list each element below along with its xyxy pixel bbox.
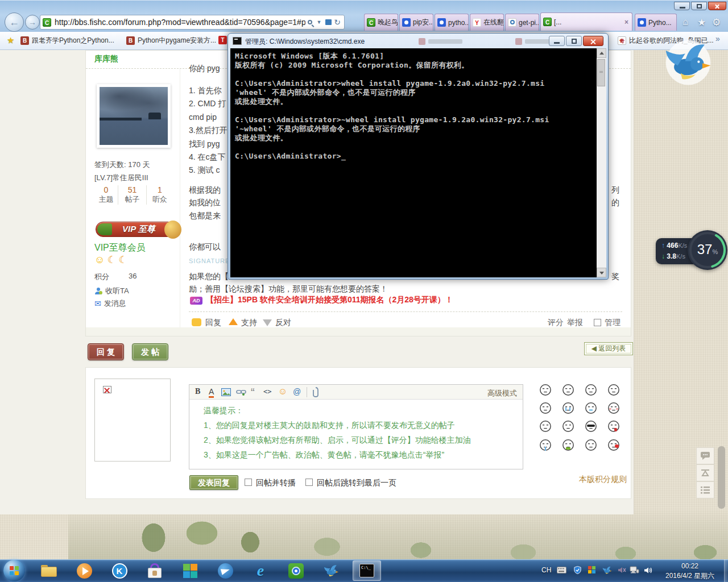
code-icon[interactable]: <> [263,388,271,396]
stat-threads[interactable]: 0主题 [94,185,118,205]
message-link[interactable]: ✉ 发消息 [94,298,126,309]
favorites-overflow-icon[interactable]: » [715,34,720,43]
mention-icon[interactable]: @ [293,387,301,396]
rate-action[interactable]: 评分 [548,318,564,328]
avatar[interactable] [97,84,171,148]
taskbar-cmd-icon-active[interactable]: C:\_ [353,560,381,581]
taskbar-explorer-icon[interactable] [36,560,61,581]
keyboard-tray-icon[interactable] [556,565,566,575]
window-close-button[interactable] [708,2,726,10]
score-value[interactable]: 36 [129,272,136,280]
add-favorite-star-icon[interactable]: ★ [7,35,14,45]
url-text[interactable]: http://bbs.fishc.com/forum.php?mod=viewt… [55,18,305,27]
emoticon[interactable] [539,384,552,396]
emoticon[interactable] [539,420,552,433]
bird-tray-icon[interactable] [602,565,612,575]
tab-4[interactable]: Y在线翻... [470,14,504,31]
browser-back-button[interactable]: ← [5,13,24,32]
emoticon[interactable] [562,420,574,433]
language-indicator[interactable]: CH [541,566,551,574]
oppose-arrow-icon[interactable] [263,319,272,326]
bookmark-item-2[interactable]: B Python中pygame安装方... [126,36,216,45]
emoticon[interactable] [585,439,597,451]
back-to-list-button[interactable]: ◀ 返回列表 [584,342,633,355]
forward-checkbox[interactable] [245,479,252,486]
manage-checkbox[interactable] [594,319,601,326]
search-icon[interactable] [305,20,315,24]
emoticon[interactable] [585,384,597,396]
thread-list-button[interactable] [696,481,714,498]
support-action[interactable]: 支持 [241,318,257,328]
emoticon[interactable] [562,439,574,451]
home-icon[interactable]: ⌂ [682,16,688,28]
manage-action[interactable]: 管理 [605,318,621,328]
back-to-top-button[interactable] [696,464,714,481]
tab-1[interactable]: C晚起鸟... [364,14,398,31]
network-tray-icon[interactable] [629,565,639,575]
address-bar[interactable]: C http://bbs.fishc.com/forum.php?mod=vie… [40,15,345,30]
new-post-button[interactable]: 发 帖 [132,343,168,360]
dropdown-arrow-icon[interactable]: ▼ [315,19,324,25]
oppose-action[interactable]: 反对 [275,318,291,328]
compat-view-icon[interactable] [324,19,333,25]
ad-link[interactable]: 【招生】15PB 软件安全培训开始接受第011期报名（2月28号开课）！ [206,295,453,305]
tab-active[interactable]: C[...× [540,13,632,31]
scroll-up-button[interactable] [597,48,606,58]
tab-5[interactable]: get-pi... [505,14,539,31]
cmd-window[interactable]: 管理员: C:\Windows\system32\cmd.exe Microso… [228,33,609,280]
credit-rules-link[interactable]: 本版积分规则 [579,475,627,485]
reply-action[interactable]: 回复 [205,318,221,328]
submit-reply-button[interactable]: 发表回复 [189,475,238,490]
window-restore-button[interactable] [691,2,707,10]
cmd-console[interactable]: Microsoft Windows [版本 6.1.7601] 版权所有 (c)… [230,48,606,277]
taskbar-shopping-icon[interactable] [142,560,167,581]
volume-tray-icon[interactable] [643,565,653,575]
usage-percent-widget[interactable]: 37% [688,230,727,270]
start-button[interactable] [3,560,25,581]
taskbar-media-player-icon[interactable] [72,560,97,581]
insert-link-icon[interactable] [236,388,246,396]
taskbar-tiles-app-icon[interactable] [177,560,202,581]
tab-2[interactable]: pip安... [399,14,433,31]
taskbar-video-player-icon[interactable] [283,560,308,581]
emoticon[interactable] [539,402,552,414]
stat-followers[interactable]: 1听众 [147,185,173,205]
scrollbar-thumb[interactable] [597,59,605,86]
cmd-maximize-button[interactable] [566,36,582,46]
advanced-mode-link[interactable]: 高级模式 [487,388,517,398]
insert-image-icon[interactable] [221,388,231,396]
taskbar-compass-browser-icon[interactable] [213,560,238,581]
emoticon[interactable] [539,439,552,451]
emoticon[interactable] [607,420,620,433]
emoticon[interactable] [607,384,620,396]
emoticon-sunglasses[interactable] [585,420,597,433]
emoticon[interactable] [562,402,574,414]
taskbar-clock[interactable]: 00:22 2016/4/2 星期六 [657,562,723,581]
bold-icon[interactable]: B [195,387,200,396]
report-action[interactable]: 举报 [567,318,583,328]
emoticon[interactable] [562,384,574,396]
show-desktop-button[interactable] [724,559,728,582]
emoticon[interactable] [607,402,620,414]
cmd-minimize-button[interactable] [549,36,565,46]
stat-posts[interactable]: 51帖子 [118,185,147,205]
emoticon[interactable] [607,439,620,451]
emoticon[interactable] [585,402,597,414]
cmd-scrollbar[interactable] [597,48,606,277]
download-bird-widget[interactable] [664,39,712,86]
favorites-star-icon[interactable]: ★ [697,16,706,28]
browser-forward-button[interactable]: → [25,15,40,30]
attachment-icon[interactable] [312,386,319,398]
page-scrollbar-thumb[interactable] [718,446,725,509]
tab-close-icon[interactable]: × [623,18,630,26]
font-color-icon[interactable]: A [209,387,214,398]
muted-device-tray-icon[interactable] [617,565,627,575]
vip-badge[interactable]: VIP 至尊 [96,222,176,237]
taskbar-internet-explorer-icon[interactable]: e [248,560,273,581]
taskbar-flashget-bird-icon[interactable] [318,560,344,581]
emoticon-picker-icon[interactable]: ☺ [278,386,287,397]
post-author-name[interactable]: 库库熊 [94,54,118,64]
reply-button[interactable]: 回 复 [88,343,124,360]
toolbox-tray-icon[interactable] [587,565,597,575]
follow-link[interactable]: 收听TA [94,286,129,296]
